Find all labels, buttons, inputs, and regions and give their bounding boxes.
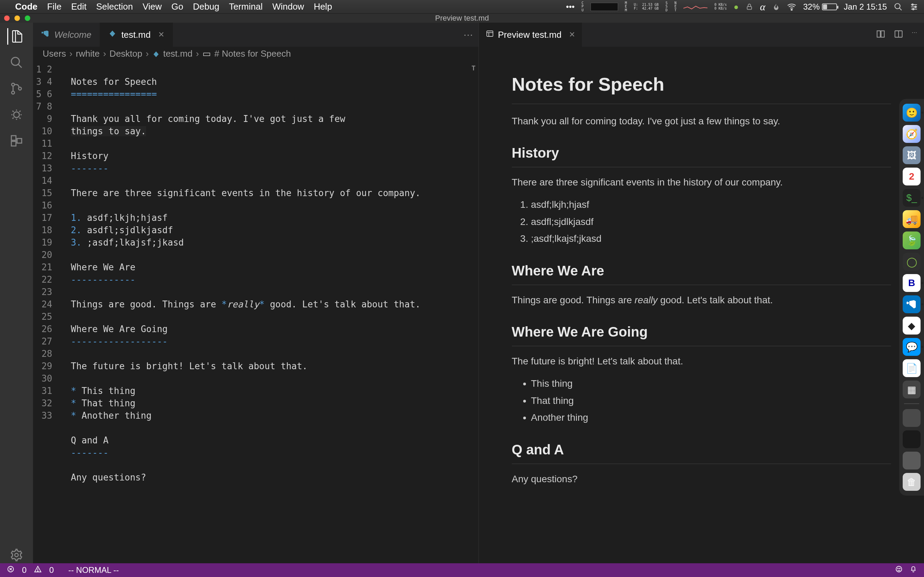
dock-leaf-app[interactable]: 🍃 — [903, 232, 921, 249]
show-source-icon[interactable] — [876, 29, 885, 40]
cpu-label: C P U — [582, 2, 584, 12]
dock-textedit[interactable]: 📄 — [903, 359, 921, 377]
warning-icon[interactable] — [34, 565, 42, 575]
dock-minimized-window[interactable] — [903, 430, 921, 448]
preview-icon — [486, 29, 494, 40]
dock-transmit[interactable]: 🚚 — [903, 210, 921, 228]
editor-more-actions-icon[interactable]: ⋯ — [464, 29, 473, 40]
breadcrumb-symbol[interactable]: # Notes for Speech — [215, 48, 291, 59]
dock-trash[interactable]: 🗑 — [903, 473, 921, 491]
net-stats: 0 KB/s 0 KB/s — [714, 3, 727, 10]
window-close-button[interactable] — [4, 15, 10, 21]
window-minimize-button[interactable] — [15, 15, 20, 21]
menubar-app-icon[interactable]: ••• — [566, 2, 575, 12]
list-item: asdfl;sjdlkjasdf — [531, 214, 891, 229]
error-count[interactable]: 0 — [22, 565, 26, 575]
dock-terminal[interactable]: $_ — [903, 189, 921, 207]
dock-circle-app[interactable]: ◯ — [903, 253, 921, 271]
svg-point-14 — [19, 87, 21, 90]
menu-window[interactable]: Window — [272, 2, 304, 12]
dock-vscode[interactable] — [903, 295, 921, 313]
notifications-bell-icon[interactable] — [909, 565, 917, 575]
vscode-icon — [41, 29, 50, 40]
code-line: There are three significant events in th… — [71, 188, 420, 198]
breadcrumb-user[interactable]: rwhite — [76, 48, 100, 59]
menu-debug[interactable]: Debug — [193, 2, 219, 12]
menu-terminal[interactable]: Terminal — [229, 2, 263, 12]
dock-safari[interactable]: 🧭 — [903, 125, 921, 143]
menu-edit[interactable]: Edit — [71, 2, 87, 12]
breadcrumb-file[interactable]: test.md — [163, 48, 192, 59]
script-alpha-icon[interactable]: α — [760, 1, 766, 13]
code-line: ------- — [71, 163, 108, 173]
app-name[interactable]: Code — [15, 2, 37, 12]
dock-messages[interactable]: 💬 — [903, 338, 921, 356]
error-icon[interactable] — [7, 565, 15, 575]
svg-point-32 — [896, 566, 902, 572]
svg-rect-17 — [11, 142, 16, 146]
tab-testmd-label: test.md — [121, 29, 150, 40]
warning-count[interactable]: 0 — [49, 565, 53, 575]
menu-go[interactable]: Go — [171, 2, 184, 12]
menu-file[interactable]: File — [47, 2, 61, 12]
editor-pane[interactable]: 1 2 3 4 5 6 7 8 9 10 11 12 13 14 15 16 1… — [33, 60, 479, 563]
tab-welcome[interactable]: Welcome — [33, 23, 100, 47]
chevron-right-icon: › — [103, 48, 106, 59]
debug-icon[interactable] — [8, 106, 25, 123]
code-line: History — [71, 151, 108, 161]
preview-paragraph: Any questions? — [512, 472, 891, 486]
dock-minimized-window[interactable] — [903, 452, 921, 469]
menu-view[interactable]: View — [143, 2, 162, 12]
cpu-graph — [591, 3, 618, 11]
dock-pixel-app[interactable]: ▦ — [903, 380, 921, 398]
breadcrumb-desktop[interactable]: Desktop — [110, 48, 142, 59]
preview-h2-going: Where We Are Going — [512, 321, 891, 346]
spotlight-icon[interactable] — [894, 2, 903, 11]
menu-help[interactable]: Help — [314, 2, 332, 12]
preview-more-icon[interactable]: ⋯ — [912, 29, 917, 40]
dock-b-app[interactable]: B — [903, 274, 921, 292]
code-editor[interactable]: Notes for Speech ================ Thank … — [60, 60, 478, 563]
markdown-file-icon — [152, 48, 160, 59]
extensions-icon[interactable] — [8, 132, 25, 149]
chevron-right-icon: › — [146, 48, 149, 59]
preview-paragraph: Thank you all for coming today. I've got… — [512, 114, 891, 129]
clock[interactable]: Jan 2 15:15 — [844, 2, 887, 12]
chevron-right-icon: › — [69, 48, 73, 59]
dock-finder[interactable]: 🙂 — [903, 104, 921, 122]
tab-close-icon[interactable]: ✕ — [158, 30, 164, 39]
line-number-gutter: 1 2 3 4 5 6 7 8 9 10 11 12 13 14 15 16 1… — [33, 60, 60, 563]
source-control-icon[interactable] — [8, 81, 25, 97]
preview-content[interactable]: Notes for Speech Thank you all for comin… — [479, 60, 924, 563]
dock-minimized-window[interactable] — [903, 409, 921, 427]
breadcrumbs[interactable]: Users› rwhite› Desktop› test.md› ▭ # Not… — [33, 47, 478, 60]
dot-status-icon[interactable]: ● — [733, 2, 739, 12]
wifi-icon[interactable] — [787, 2, 796, 12]
tab-close-icon[interactable]: ✕ — [569, 30, 575, 39]
preview-unordered-list: This thing That thing Another thing — [531, 376, 891, 425]
lock-icon[interactable] — [746, 3, 753, 11]
dock-calendar[interactable]: 2 — [903, 168, 921, 185]
feedback-smiley-icon[interactable] — [895, 565, 903, 575]
svg-point-15 — [14, 112, 19, 118]
control-center-icon[interactable] — [909, 2, 919, 11]
settings-gear-icon[interactable] — [8, 547, 25, 563]
tab-testmd[interactable]: test.md ✕ — [100, 23, 173, 47]
battery-indicator[interactable]: 32% — [803, 2, 837, 12]
breadcrumb-users[interactable]: Users — [43, 48, 66, 59]
dock-inkscape[interactable]: ◆ — [903, 317, 921, 335]
split-editor-icon[interactable] — [894, 29, 903, 40]
menu-selection[interactable]: Selection — [96, 2, 133, 12]
preview-h2-history: History — [512, 142, 891, 167]
flame-icon[interactable] — [772, 2, 780, 11]
tab-welcome-label: Welcome — [54, 29, 91, 40]
window-fullscreen-button[interactable] — [25, 15, 30, 21]
list-item: ;asdf;lkajsf;jkasd — [531, 231, 891, 246]
explorer-icon[interactable] — [7, 28, 25, 45]
preview-h1: Notes for Speech — [512, 70, 891, 104]
markdown-preview-pane: Notes for Speech Thank you all for comin… — [479, 60, 924, 563]
tab-preview[interactable]: Preview test.md ✕ — [479, 23, 582, 47]
search-icon[interactable] — [8, 54, 25, 71]
dock-preview[interactable]: 🖼 — [903, 146, 921, 164]
status-bar: 0 0 -- NORMAL -- — [0, 563, 924, 577]
